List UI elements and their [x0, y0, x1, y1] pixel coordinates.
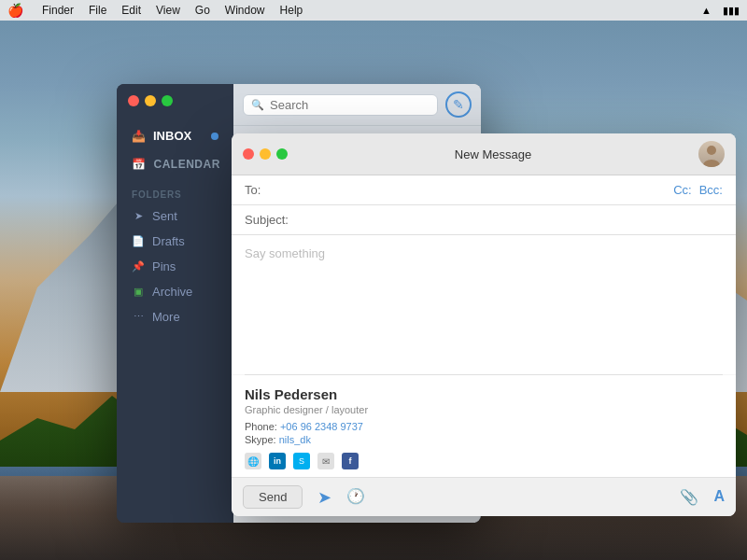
sidebar-item-calendar[interactable]: 📅 CALENDAR	[117, 150, 233, 178]
calendar-label: CALENDAR	[154, 158, 220, 171]
sidebar-item-inbox[interactable]: 📥 INBOX	[117, 121, 233, 150]
more-icon: ⋯	[132, 311, 145, 323]
maximize-button[interactable]	[162, 95, 173, 106]
sent-icon: ➤	[132, 210, 145, 222]
archive-label: Archive	[152, 285, 192, 299]
finder-menu[interactable]: Finder	[42, 4, 74, 17]
view-menu[interactable]: View	[156, 4, 180, 17]
to-label: To:	[245, 183, 301, 197]
pins-label: Pins	[152, 259, 176, 273]
facebook-icon[interactable]: f	[342, 453, 359, 469]
footer-icons: ➤ 🕐	[317, 487, 365, 508]
folders-label: Folders	[117, 178, 233, 203]
minimize-button[interactable]	[145, 95, 156, 106]
phone-label: Phone:	[245, 421, 277, 432]
search-input[interactable]	[270, 98, 430, 112]
help-menu[interactable]: Help	[280, 4, 303, 17]
search-box[interactable]: 🔍	[243, 94, 438, 116]
sidebar: 📥 INBOX 📅 CALENDAR Folders ➤ Sent 📄 Draf…	[117, 84, 233, 523]
email-icon[interactable]: ✉	[317, 453, 334, 469]
send-arrow-icon[interactable]: ➤	[317, 487, 331, 508]
sig-title: Graphic designer / layouter	[245, 404, 723, 415]
compose-window: New Message To: Cc: Bcc: Subject: Say so…	[232, 133, 736, 516]
traffic-lights	[128, 95, 173, 106]
sidebar-item-archive[interactable]: ▣ Archive	[117, 279, 233, 304]
menubar: 🍎 Finder File Edit View Go Window Help ▲…	[0, 0, 747, 21]
globe-icon[interactable]: 🌐	[245, 453, 261, 469]
compose-body[interactable]: Say something	[232, 235, 736, 374]
skype-link[interactable]: nils_dk	[279, 434, 311, 445]
sidebar-item-drafts[interactable]: 📄 Drafts	[117, 229, 233, 254]
subject-field: Subject:	[232, 205, 736, 235]
to-input[interactable]	[301, 183, 673, 197]
file-menu[interactable]: File	[89, 4, 106, 17]
edit-menu[interactable]: Edit	[121, 4, 141, 17]
signature: Nils Pedersen Graphic designer / layoute…	[232, 375, 736, 477]
battery-icon: ▮▮▮	[723, 5, 740, 17]
cc-bcc-buttons: Cc: Bcc:	[673, 183, 723, 197]
compose-titlebar: New Message	[232, 133, 736, 175]
compose-button[interactable]: ✎	[445, 91, 472, 118]
drafts-icon: 📄	[132, 235, 145, 247]
clock-icon[interactable]: 🕐	[346, 487, 365, 508]
to-field: To: Cc: Bcc:	[232, 175, 736, 205]
compose-minimize-button[interactable]	[260, 148, 271, 160]
archive-icon: ▣	[132, 286, 145, 298]
footer-right-icons: 📎 A	[680, 488, 725, 506]
inbox-indicator	[211, 133, 218, 140]
pins-icon: 📌	[132, 260, 145, 273]
paperclip-icon[interactable]: 📎	[680, 488, 698, 506]
sig-social-icons: 🌐 in S ✉ f	[245, 453, 723, 469]
skype-icon[interactable]: S	[293, 453, 310, 469]
avatar-image	[698, 141, 725, 167]
drafts-label: Drafts	[152, 234, 185, 248]
svg-point-1	[703, 160, 720, 167]
font-icon[interactable]: A	[713, 488, 725, 506]
linkedin-icon[interactable]: in	[269, 453, 286, 469]
skype-label: Skype:	[245, 434, 276, 445]
sidebar-item-more[interactable]: ⋯ More	[117, 304, 233, 329]
sidebar-item-sent[interactable]: ➤ Sent	[117, 203, 233, 229]
bcc-button[interactable]: Bcc:	[699, 183, 723, 197]
calendar-icon: 📅	[132, 158, 147, 171]
sig-phone: Phone: +06 96 2348 9737	[245, 421, 723, 432]
subject-input[interactable]	[301, 213, 723, 227]
window-menu[interactable]: Window	[225, 4, 265, 17]
send-button[interactable]: Send	[243, 485, 303, 509]
body-placeholder: Say something	[245, 246, 325, 260]
inbox-icon: 📥	[132, 130, 146, 143]
compose-close-button[interactable]	[243, 148, 254, 160]
close-button[interactable]	[128, 95, 139, 106]
menubar-right: ▲ ▮▮▮	[701, 5, 740, 17]
toolbar: 🔍 ✎	[233, 84, 481, 126]
phone-link[interactable]: +06 96 2348 9737	[280, 421, 363, 432]
go-menu[interactable]: Go	[195, 4, 210, 17]
compose-maximize-button[interactable]	[276, 148, 288, 160]
wifi-icon[interactable]: ▲	[701, 5, 712, 16]
apple-menu[interactable]: 🍎	[7, 3, 23, 18]
sig-skype: Skype: nils_dk	[245, 434, 723, 445]
sidebar-item-pins[interactable]: 📌 Pins	[117, 254, 233, 279]
compose-avatar	[698, 141, 725, 167]
compose-traffic-lights	[243, 148, 288, 160]
compose-footer: Send ➤ 🕐 📎 A	[232, 477, 736, 516]
sig-name: Nils Pedersen	[245, 386, 723, 402]
inbox-label: INBOX	[153, 129, 191, 143]
subject-label: Subject:	[245, 213, 301, 227]
sent-label: Sent	[152, 209, 177, 223]
svg-point-0	[707, 146, 716, 155]
cc-button[interactable]: Cc:	[673, 183, 692, 197]
compose-title: New Message	[288, 147, 698, 161]
more-label: More	[152, 310, 180, 324]
search-icon: 🔍	[251, 99, 264, 111]
